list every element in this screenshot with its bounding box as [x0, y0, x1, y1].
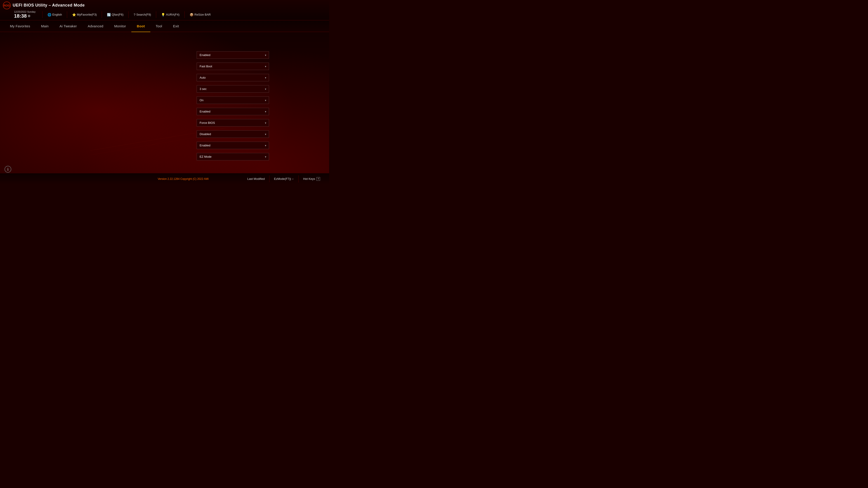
back-button[interactable]: ←: [4, 34, 7, 38]
tab-tool[interactable]: Tool: [150, 22, 168, 30]
setting-row-9: Setup ModeEZ ModeAdvanced Mode: [4, 151, 270, 162]
toolbar-english-label: English: [52, 13, 62, 16]
footer-hotkeys[interactable]: Hot Keys ?: [298, 175, 324, 183]
toolbar-resizebar-label: ReSize BAR: [194, 13, 211, 16]
hw-mem-freq-row: Frequency 4800 MHz MC Volt 1.120 V: [281, 88, 326, 95]
select-wrapper-8: EnabledDisabled: [197, 142, 269, 149]
header-top: ROG UEFI BIOS Utility – Advanced Mode: [3, 1, 327, 9]
tab-my-favorites[interactable]: My Favorites: [4, 22, 35, 30]
monitor-icon: 🖥: [281, 34, 284, 38]
toolbar-divider-3: [102, 11, 102, 18]
hw-mem-freq: Frequency 4800 MHz: [281, 88, 294, 94]
hw-mem-capacity: Capacity 32768 MB: [281, 97, 326, 103]
datetime-area: 12/25/2022 Sunday 18:38⚙: [14, 10, 35, 19]
setting-row-3: POST Delay Time0 sec1 sec2 sec3 sec4 sec…: [4, 84, 270, 95]
setting-label-9: Setup Mode: [5, 155, 197, 159]
scrollbar[interactable]: [274, 32, 277, 173]
hw-cpu-freq: Frequency 4500 MHz: [281, 50, 294, 56]
tab-monitor[interactable]: Monitor: [109, 22, 131, 30]
setting-label-6: Option ROM Messages: [5, 121, 197, 125]
toolbar-search[interactable]: ? Search(F9): [132, 12, 153, 18]
select-wrapper-9: EZ ModeAdvanced Mode: [197, 153, 269, 160]
hw-cpu-ratio: Ratio 45x: [281, 68, 326, 74]
footer-last-modified[interactable]: Last Modified: [243, 175, 269, 182]
breadcrumb-text: Boot\Boot Configuration: [9, 35, 43, 38]
app-title: UEFI BIOS Utility – Advanced Mode: [13, 3, 85, 8]
tab-exit[interactable]: Exit: [167, 22, 184, 30]
breadcrumb: ← Boot\Boot Configuration: [0, 32, 274, 41]
hw-volt-12v: +12V 12.076 V: [281, 116, 292, 122]
setting-select-3[interactable]: 0 sec1 sec2 sec3 sec4 sec5 sec: [197, 85, 269, 93]
fan-icon: 🔄: [107, 13, 111, 17]
hw-cpu-bclk-row: BCLK 100.0000 MHz Core Voltage 1.216 V: [281, 59, 326, 67]
aura-icon: 💡: [161, 13, 165, 17]
setting-select-2[interactable]: AutoFull ScreenDisabled: [197, 74, 269, 81]
hw-memory-section: Memory Frequency 4800 MHz MC Volt 1.120 …: [277, 79, 329, 107]
setting-label-0: Fast Boot: [5, 53, 197, 57]
setting-select-7[interactable]: DisabledEnabled: [197, 130, 269, 138]
hw-cpu-temp: Temperature 17°C: [312, 50, 326, 56]
settings-content: Boot Configuration Fast BootEnabledDisab…: [0, 41, 274, 173]
rog-logo: ROG: [3, 1, 11, 9]
toolbar-qfan[interactable]: 🔄 Qfan(F6): [105, 12, 125, 18]
content-area: ← Boot\Boot Configuration Boot Configura…: [0, 32, 274, 173]
setting-row-1: Next Boot after AC Power LossFast BootNo…: [4, 61, 270, 72]
setting-select-9[interactable]: EZ ModeAdvanced Mode: [197, 153, 269, 160]
footer: Version 2.22.1284 Copyright (C) 2022 AMI…: [0, 173, 329, 184]
tab-advanced[interactable]: Advanced: [82, 22, 109, 30]
setting-row-6: Option ROM MessagesForce BIOSKeep Curren…: [4, 117, 270, 129]
section-title: Boot Configuration: [4, 43, 270, 47]
toolbar-myfavorite-label: MyFavorite(F3): [77, 13, 97, 16]
logo-area: ROG UEFI BIOS Utility – Advanced Mode: [3, 1, 85, 9]
select-wrapper-0: EnabledDisabled: [197, 51, 269, 59]
setting-row-4: Bootup NumLock StateOnOff: [4, 95, 270, 106]
hw-voltage-title: Voltage: [281, 110, 326, 114]
setting-label-4: Bootup NumLock State: [5, 98, 197, 102]
tab-main[interactable]: Main: [35, 22, 54, 30]
toolbar-divider-6: [184, 11, 185, 18]
setting-label-7: Interrupt 19 Capture: [5, 132, 197, 136]
hotkeys-icon: ?: [316, 177, 320, 181]
main-layout: ← Boot\Boot Configuration Boot Configura…: [0, 32, 329, 173]
toolbar-search-label: Search(F9): [136, 13, 151, 16]
hw-mem-mcvolt: MC Volt 1.120 V: [316, 88, 326, 94]
resize-icon: 📦: [190, 13, 193, 17]
hw-cpu-vcore: Core Voltage 1.216 V: [311, 59, 326, 65]
setting-select-4[interactable]: OnOff: [197, 96, 269, 104]
select-wrapper-3: 0 sec1 sec2 sec3 sec4 sec5 sec: [197, 85, 269, 93]
globe-icon: 🌐: [48, 13, 51, 17]
toolbar-aura[interactable]: 💡 AURA(F4): [159, 12, 181, 18]
hw-volt-5v: +5V 5.140 V: [316, 116, 326, 122]
hw-volt-33v: +3.3V 3.344 V: [281, 125, 326, 131]
search-icon: ?: [133, 13, 135, 17]
setting-select-8[interactable]: EnabledDisabled: [197, 142, 269, 149]
time-display: 18:38⚙: [14, 13, 35, 19]
toolbar-myfavorite[interactable]: ⭐ MyFavorite(F3): [70, 12, 98, 18]
setting-label-2: Boot Logo Display: [5, 76, 197, 79]
footer-ezmode[interactable]: EzMode(F7)|→: [269, 175, 298, 182]
setting-row-2: Boot Logo DisplayAutoFull ScreenDisabled: [4, 72, 270, 84]
date-display: 12/25/2022 Sunday: [14, 10, 35, 13]
toolbar-english[interactable]: 🌐 English: [46, 12, 64, 18]
setting-select-5[interactable]: EnabledDisabled: [197, 108, 269, 115]
footer-buttons: Last Modified EzMode(F7)|→ Hot Keys ?: [243, 175, 324, 183]
scrollbar-thumb[interactable]: [275, 33, 277, 51]
header: ROG UEFI BIOS Utility – Advanced Mode 12…: [0, 0, 329, 20]
info-area: ℹ: [4, 166, 11, 173]
info-button[interactable]: ℹ: [4, 166, 11, 173]
nav-tabs: My Favorites Main Ai Tweaker Advanced Mo…: [0, 20, 329, 32]
hw-monitor-panel: 🖥 Hardware Monitor CPU Frequency 4500 MH…: [277, 32, 329, 173]
hw-cpu-section: CPU Frequency 4500 MHz Temperature 17°C …: [277, 41, 329, 79]
header-toolbar: 12/25/2022 Sunday 18:38⚙ 🌐 English ⭐ MyF…: [14, 10, 327, 19]
setting-select-1[interactable]: Fast BootNormal Boot: [197, 63, 269, 70]
hw-voltage-section: Voltage +12V 12.076 V +5V 5.140 V +3.3V …: [277, 107, 329, 136]
setting-label-5: Wait For 'F1' If Error: [5, 110, 197, 113]
select-wrapper-1: Fast BootNormal Boot: [197, 63, 269, 70]
setting-select-6[interactable]: Force BIOSKeep Current: [197, 119, 269, 127]
toolbar-divider-5: [156, 11, 156, 18]
toolbar-resizebar[interactable]: 📦 ReSize BAR: [188, 12, 213, 18]
tab-boot[interactable]: Boot: [131, 22, 150, 30]
setting-row-8: AMI Native NVMe Driver SupportEnabledDis…: [4, 140, 270, 151]
tab-ai-tweaker[interactable]: Ai Tweaker: [54, 22, 82, 30]
setting-select-0[interactable]: EnabledDisabled: [197, 51, 269, 59]
